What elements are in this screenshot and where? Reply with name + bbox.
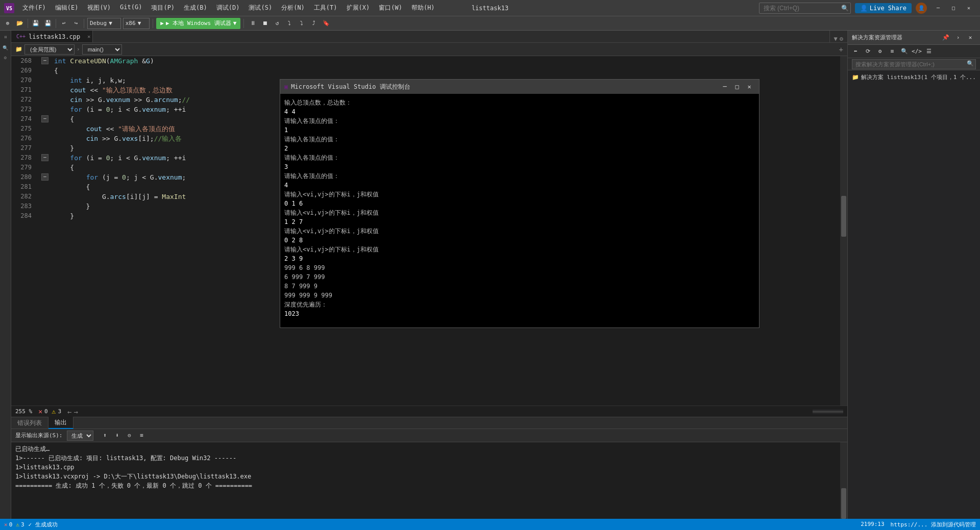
solution-search-input[interactable] (852, 59, 976, 69)
editor-scrollbar[interactable] (840, 56, 847, 406)
close-button[interactable]: ✕ (962, 3, 976, 13)
output-source-dropdown[interactable]: 生成 (67, 431, 93, 441)
menu-view[interactable]: 视图(V) (83, 2, 115, 14)
toolbar-restart[interactable]: ↺ (272, 18, 283, 29)
tab-overflow-icon[interactable]: ▼ (834, 35, 838, 42)
vexnum-272: vexnum (106, 95, 130, 105)
global-search-input[interactable] (759, 3, 851, 14)
scope-dropdown[interactable]: (全局范围) (24, 44, 75, 55)
platform-label: x86 (126, 20, 136, 27)
platform-arrow-icon: ▼ (138, 20, 141, 27)
menu-extensions[interactable]: 扩展(X) (342, 2, 374, 14)
toolbar-new[interactable]: ⊕ (2, 18, 13, 29)
start-debug-button[interactable]: ▶ ▶ 本地 Windows 调试器 ▼ (156, 18, 240, 29)
toolbar-breakpoint[interactable]: ⏸ (247, 18, 258, 29)
menu-file[interactable]: 文件(F) (18, 2, 50, 14)
panel-toolbar-btn-4[interactable]: ≡ (887, 46, 898, 57)
panel-toolbar-btn-1[interactable]: ⬅ (850, 46, 861, 57)
fold-btn-280[interactable]: ─ (41, 173, 48, 181)
app-wrapper: VS 文件(F) 编辑(E) 视图(V) Git(G) 项目(P) 生成(B) … (0, 0, 980, 530)
menu-project[interactable]: 项目(P) (147, 2, 179, 14)
vexnum-273: vexnum (142, 105, 166, 114)
nav-back-button[interactable]: ← (67, 408, 71, 416)
line-num-270: 270 (11, 75, 36, 85)
console-minimize-button[interactable]: ─ (719, 82, 730, 91)
comment-276: //输入各 (154, 134, 182, 143)
minimap-preview[interactable] (813, 409, 843, 414)
toolbar-open[interactable]: 📂 (14, 18, 26, 29)
menu-help[interactable]: 帮助(H) (407, 2, 439, 14)
tab-settings-icon[interactable]: ⚙ (840, 35, 843, 42)
activity-icon-3[interactable]: ⚙ (1, 53, 10, 62)
menu-build[interactable]: 生成(B) (180, 2, 211, 14)
panel-toolbar-btn-6[interactable]: </> (911, 46, 922, 57)
console-line-9: 请输入各顶点的值： (284, 171, 755, 181)
menu-edit[interactable]: 编辑(E) (51, 2, 83, 14)
menu-git[interactable]: Git(G) (116, 2, 146, 14)
panel-pin-button[interactable]: 📌 (940, 32, 951, 43)
panel-toolbar-btn-2[interactable]: ⟳ (862, 46, 873, 57)
nav-add-button[interactable]: + (839, 45, 843, 54)
debug-mode-dropdown[interactable]: Debug ▼ (87, 18, 121, 29)
maximize-button[interactable]: □ (946, 3, 961, 13)
menu-analyze[interactable]: 分析(N) (277, 2, 309, 14)
live-share-button[interactable]: 👤 Live Share (855, 3, 912, 13)
toolbar-save-all[interactable]: 💾 (42, 18, 54, 29)
scrollbar-thumb[interactable] (841, 196, 846, 237)
activity-icon-1[interactable]: ≡ (1, 33, 10, 42)
solution-item-root[interactable]: 📁 解决方案 listtask13(1 个项目，1 个... (850, 72, 978, 82)
menu-debug[interactable]: 调试(D) (212, 2, 244, 14)
toolbar-save[interactable]: 💾 (30, 18, 41, 29)
tab-close-button[interactable]: ✕ (87, 34, 90, 39)
fold-btn-278[interactable]: ─ (41, 154, 48, 161)
toolbar-undo[interactable]: ↩ (58, 18, 69, 29)
user-avatar[interactable]: 👤 (916, 3, 927, 14)
minimize-button[interactable]: ─ (931, 3, 945, 13)
zoom-level: 255 % (15, 408, 32, 415)
status-errors[interactable]: ✕ 0 ⚠ 3 (4, 521, 24, 528)
tab-error-list[interactable]: 错误列表 (11, 417, 48, 429)
fold-btn-273[interactable]: ─ (41, 115, 48, 122)
panel-chevron-button[interactable]: › (952, 32, 964, 43)
fold-btn-268[interactable]: ─ (41, 57, 48, 64)
output-btn-4[interactable]: ≡ (136, 430, 148, 441)
tab-output[interactable]: 输出 (48, 417, 74, 429)
panel-close-button[interactable]: ✕ (965, 32, 976, 43)
toolbar-step-out[interactable]: ⤴ (308, 18, 320, 29)
panel-toolbar-btn-3[interactable]: ⚙ (874, 46, 886, 57)
symbol-dropdown[interactable]: main() (82, 44, 122, 55)
menu-test[interactable]: 测试(S) (244, 2, 276, 14)
activity-icon-2[interactable]: 🔍 (1, 43, 10, 52)
toolbar-bookmark[interactable]: 🔖 (321, 18, 332, 29)
line-num-280: 280 (11, 172, 36, 182)
panel-toolbar-btn-5[interactable]: 🔍 (899, 46, 910, 57)
platform-dropdown[interactable]: x86 ▼ (123, 18, 150, 29)
menu-tools[interactable]: 工具(T) (310, 2, 341, 14)
tab-listtask13-cpp[interactable]: C++ listtask13.cpp ✕ (11, 31, 93, 42)
keyword-for-273: for (70, 105, 82, 114)
start-arrow: ▼ (233, 20, 237, 27)
output-btn-1[interactable]: ⬆ (100, 430, 111, 441)
panel-toolbar-btn-7[interactable]: ☰ (923, 46, 935, 57)
output-scrollbar-thumb[interactable] (841, 488, 846, 519)
console-close-button[interactable]: ✕ (744, 82, 755, 91)
nav-arrow-icon: › (77, 46, 80, 53)
menu-window[interactable]: 窗口(W) (375, 2, 406, 14)
tab-controls: ▼ ⚙ (830, 35, 847, 42)
console-vs-icon: ▣ (284, 83, 288, 90)
toolbar-redo[interactable]: ↪ (70, 18, 82, 29)
output-btn-3[interactable]: ⊝ (124, 430, 135, 441)
status-warn-count: 3 (21, 521, 24, 528)
output-scrollbar[interactable] (840, 442, 847, 519)
console-line-11: 请输入<vi,vj>的下标i，j和权值 (284, 190, 755, 199)
toolbar-step-in[interactable]: ⤵ (296, 18, 307, 29)
solution-explorer-header: 解决方案资源管理器 📌 › ✕ (848, 31, 980, 45)
toolbar-step-over[interactable]: ⤵ (284, 18, 295, 29)
toolbar-stop[interactable]: ⏹ (259, 18, 271, 29)
toolbar-separator-1 (28, 19, 28, 28)
nav-forward-button[interactable]: → (74, 408, 78, 416)
console-maximize-button[interactable]: □ (731, 82, 743, 91)
line-num-282: 282 (11, 192, 36, 201)
keyword-int: int (54, 56, 66, 66)
output-btn-2[interactable]: ⬇ (112, 430, 123, 441)
